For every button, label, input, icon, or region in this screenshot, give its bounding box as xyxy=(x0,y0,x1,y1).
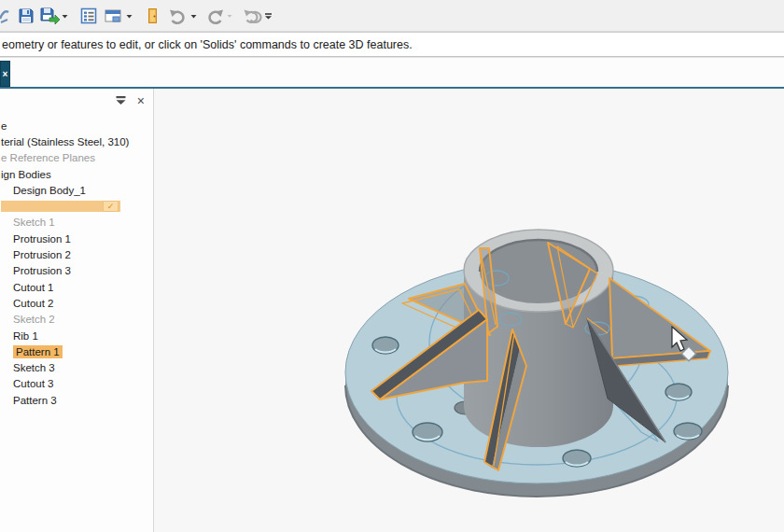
pathfinder-tree: eterial (Stainless Steel, 310)e Referenc… xyxy=(0,118,153,408)
tree-item-cutout-3[interactable]: Cutout 3 xyxy=(0,376,153,392)
partial-icon[interactable] xyxy=(0,5,10,27)
tree-item-label[interactable]: Cutout 2 xyxy=(13,298,56,309)
inline-edit-bar[interactable]: ✓ xyxy=(1,201,120,212)
checkmark-icon[interactable]: ✓ xyxy=(103,201,119,212)
tree-item-label[interactable]: Design Body_1 xyxy=(13,185,89,196)
save-as-icon[interactable] xyxy=(38,5,61,27)
redo-icon[interactable] xyxy=(203,5,226,27)
tree-edit-bar[interactable]: ✓ xyxy=(0,198,153,214)
flange-model xyxy=(154,89,784,532)
tree-item-label[interactable]: e Reference Planes xyxy=(1,152,98,163)
dropdown-caret-faint[interactable] xyxy=(226,5,233,27)
quick-access-toolbar xyxy=(0,0,784,32)
window-icon[interactable] xyxy=(103,5,125,27)
tree-item-label[interactable]: Sketch 2 xyxy=(13,314,58,325)
tree-item-label[interactable]: Cutout 1 xyxy=(13,282,56,293)
exit-door-icon[interactable] xyxy=(142,5,162,27)
tree-item-label[interactable]: Cutout 3 xyxy=(13,378,56,389)
prompt-text: eometry or features to edit, or click on… xyxy=(2,38,413,51)
tree-item-protrusion-1[interactable]: Protrusion 1 xyxy=(0,231,153,246)
dropdown-caret[interactable] xyxy=(61,5,69,27)
tree-item-label[interactable]: e xyxy=(1,120,9,132)
tree-item-label[interactable]: Sketch 3 xyxy=(13,362,58,373)
dropdown-caret[interactable] xyxy=(189,5,198,27)
tree-item-e-reference-planes[interactable]: e Reference Planes xyxy=(0,150,153,166)
tree-item-design-body-1[interactable]: Design Body_1 xyxy=(0,182,153,198)
tree-item-label[interactable]: ign Bodies xyxy=(1,169,54,180)
pathfinder-header: × xyxy=(0,89,153,112)
tree-item-label[interactable]: Sketch 1 xyxy=(13,217,58,228)
tree-item-protrusion-2[interactable]: Protrusion 2 xyxy=(0,246,153,262)
tree-item-label[interactable]: terial (Stainless Steel, 310) xyxy=(1,136,132,147)
tree-item-label[interactable]: Rib 1 xyxy=(13,330,41,342)
save-icon[interactable] xyxy=(14,5,38,27)
tree-item-ign-bodies[interactable]: ign Bodies xyxy=(0,166,153,182)
close-tab-button[interactable]: × xyxy=(0,61,10,87)
tree-item-sketch-1[interactable]: Sketch 1 xyxy=(0,215,153,231)
tree-item-terial-stainless-steel-310-[interactable]: terial (Stainless Steel, 310) xyxy=(0,133,153,149)
tree-item-rib-1[interactable]: Rib 1 xyxy=(0,328,153,343)
tree-item-e[interactable]: e xyxy=(0,118,153,133)
tree-item-label[interactable]: Pattern 1 xyxy=(13,345,63,358)
undo-icon[interactable] xyxy=(167,5,189,27)
undo-all-icon[interactable] xyxy=(239,5,263,27)
tree-item-label[interactable]: Pattern 3 xyxy=(13,395,60,406)
tree-item-label[interactable]: Protrusion 2 xyxy=(13,249,74,260)
tree-item-label[interactable]: Protrusion 3 xyxy=(13,265,74,276)
tree-item-label[interactable]: Protrusion 1 xyxy=(13,233,74,245)
list-properties-icon[interactable] xyxy=(77,5,101,27)
chevron-collapse-icon[interactable] xyxy=(115,95,127,105)
tree-item-sketch-3[interactable]: Sketch 3 xyxy=(0,359,153,375)
tree-item-sketch-2[interactable]: Sketch 2 xyxy=(0,312,153,328)
prompt-bar: eometry or features to edit, or click on… xyxy=(0,32,784,57)
pathfinder-panel: × eterial (Stainless Steel, 310)e Refere… xyxy=(0,89,154,532)
tree-item-pattern-1[interactable]: Pattern 1 xyxy=(0,343,153,359)
document-tab-strip: × xyxy=(0,57,784,89)
dropdown-caret[interactable] xyxy=(125,5,133,27)
close-icon: × xyxy=(3,69,8,79)
tree-item-cutout-1[interactable]: Cutout 1 xyxy=(0,279,153,295)
dropdown-caret-filled[interactable] xyxy=(263,5,273,27)
model-viewport[interactable] xyxy=(154,89,784,532)
close-icon[interactable]: × xyxy=(137,94,145,107)
tree-item-protrusion-3[interactable]: Protrusion 3 xyxy=(0,263,153,279)
tree-item-pattern-3[interactable]: Pattern 3 xyxy=(0,392,153,408)
tree-item-cutout-2[interactable]: Cutout 2 xyxy=(0,295,153,311)
